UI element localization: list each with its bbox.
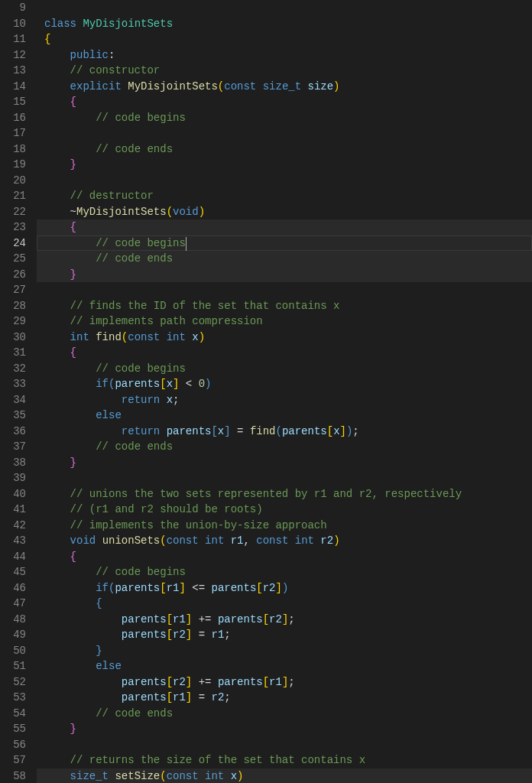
line-number: 52 (6, 674, 26, 690)
line-number: 30 (6, 330, 26, 346)
line-number: 41 (6, 502, 26, 518)
line-number: 56 (6, 737, 26, 753)
line-number-gutter: 9101112131415161718192021222324252627282… (0, 0, 37, 783)
code-line[interactable] (37, 125, 532, 141)
line-number: 38 (6, 455, 26, 471)
code-line[interactable]: // (r1 and r2 should be roots) (37, 502, 532, 518)
code-line[interactable]: return parents[x] = find(parents[x]); (37, 424, 532, 440)
code-line[interactable]: // constructor (37, 63, 532, 79)
code-line[interactable]: if(parents[r1] <= parents[r2]) (37, 580, 532, 596)
line-number: 23 (6, 219, 26, 236)
line-number: 42 (6, 518, 26, 534)
code-line[interactable]: // destructor (37, 188, 532, 204)
code-line[interactable] (37, 470, 532, 486)
line-number: 9 (6, 0, 26, 16)
line-number: 43 (6, 533, 26, 549)
code-line[interactable]: class MyDisjointSets (37, 16, 532, 32)
line-number: 28 (6, 298, 26, 314)
code-line[interactable]: } (37, 721, 532, 737)
code-line[interactable] (37, 173, 532, 189)
line-number: 45 (6, 564, 26, 580)
code-line[interactable]: { (37, 549, 532, 565)
code-line[interactable]: // implements path compression (37, 314, 532, 330)
line-number: 25 (6, 251, 26, 267)
code-line[interactable]: // code begins (37, 361, 532, 377)
line-number: 12 (6, 47, 26, 63)
line-number: 40 (6, 486, 26, 502)
code-line[interactable]: public: (37, 47, 532, 63)
line-number: 11 (6, 31, 26, 47)
line-number: 47 (6, 596, 26, 612)
line-number: 37 (6, 439, 26, 455)
code-line[interactable]: explicit MyDisjointSets(const size_t siz… (37, 79, 532, 95)
code-line[interactable]: // unions the two sets represented by r1… (37, 486, 532, 502)
text-cursor (186, 237, 187, 251)
code-line[interactable]: // returns the size of the set that cont… (37, 752, 532, 768)
code-line[interactable]: return x; (37, 392, 532, 408)
line-number: 10 (6, 16, 26, 32)
line-number: 54 (6, 706, 26, 722)
code-line[interactable]: ~MyDisjointSets(void) (37, 204, 532, 220)
code-line[interactable]: // code ends (37, 141, 532, 158)
line-number: 50 (6, 643, 26, 659)
code-line[interactable]: parents[r2] += parents[r1]; (37, 674, 532, 690)
code-line[interactable]: else (37, 658, 532, 674)
code-line[interactable]: } (37, 267, 532, 283)
code-line[interactable]: parents[r1] = r2; (37, 690, 532, 706)
line-number: 21 (6, 188, 26, 204)
code-line[interactable]: { (37, 345, 532, 361)
code-line[interactable]: // code begins (37, 564, 532, 580)
line-number: 49 (6, 627, 26, 643)
line-number: 55 (6, 721, 26, 737)
line-number: 39 (6, 470, 26, 486)
line-number: 53 (6, 690, 26, 706)
line-number: 27 (6, 282, 26, 298)
line-number: 32 (6, 361, 26, 377)
code-line[interactable] (37, 0, 532, 16)
code-line[interactable]: size_t setSize(const int x) (37, 768, 532, 784)
code-line[interactable]: // code ends (37, 706, 532, 722)
code-line[interactable]: if(parents[x] < 0) (37, 376, 532, 392)
code-line[interactable]: } (37, 455, 532, 471)
line-number: 44 (6, 549, 26, 565)
line-number: 31 (6, 345, 26, 361)
code-line[interactable]: // code begins (37, 110, 532, 126)
code-line[interactable]: { (37, 94, 532, 110)
code-line[interactable]: } (37, 643, 532, 659)
code-line[interactable]: int find(const int x) (37, 330, 532, 346)
line-number: 22 (6, 204, 26, 220)
line-number: 57 (6, 752, 26, 768)
code-editor[interactable]: 9101112131415161718192021222324252627282… (0, 0, 532, 783)
line-number: 46 (6, 580, 26, 596)
line-number: 26 (6, 267, 26, 283)
line-number: 34 (6, 392, 26, 408)
code-line[interactable] (37, 737, 532, 753)
line-number: 29 (6, 314, 26, 330)
line-number: 58 (6, 768, 26, 784)
line-number: 20 (6, 173, 26, 189)
code-line[interactable]: { (37, 596, 532, 612)
code-line[interactable]: // implements the union-by-size approach (37, 518, 532, 534)
code-line[interactable] (37, 282, 532, 298)
line-number: 17 (6, 125, 26, 141)
code-line[interactable]: { (37, 31, 532, 47)
line-number: 35 (6, 408, 26, 424)
code-line[interactable]: // code ends (37, 251, 532, 267)
line-number: 15 (6, 94, 26, 110)
code-area[interactable]: class MyDisjointSets{ public: // constru… (37, 0, 532, 783)
line-number: 48 (6, 612, 26, 628)
line-number: 33 (6, 376, 26, 392)
line-number: 14 (6, 79, 26, 95)
code-line[interactable]: } (37, 157, 532, 173)
code-line[interactable]: // code begins (37, 236, 532, 252)
code-line[interactable]: // code ends (37, 439, 532, 455)
line-number: 13 (6, 63, 26, 79)
line-number: 36 (6, 424, 26, 440)
code-line[interactable]: parents[r2] = r1; (37, 627, 532, 643)
code-line[interactable]: { (37, 219, 532, 236)
line-number: 24 (6, 236, 26, 252)
code-line[interactable]: parents[r1] += parents[r2]; (37, 612, 532, 628)
code-line[interactable]: else (37, 408, 532, 424)
code-line[interactable]: void unionSets(const int r1, const int r… (37, 533, 532, 549)
code-line[interactable]: // finds the ID of the set that contains… (37, 298, 532, 314)
